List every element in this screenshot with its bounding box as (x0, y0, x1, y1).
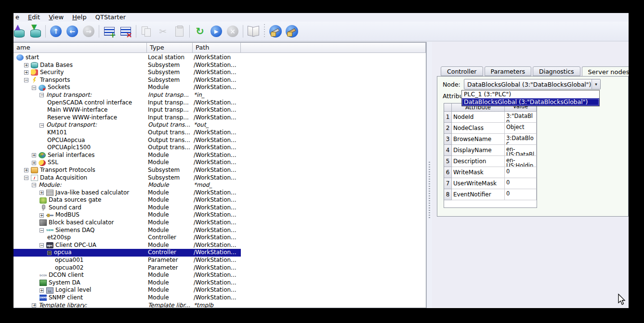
manual-button[interactable] (245, 23, 262, 39)
collapse-icon[interactable]: − (32, 86, 36, 90)
tree-row-transport-protocols[interactable]: +Transport ProtocolsSubsystem/WorkStatio… (13, 167, 426, 174)
tree-row-label: Template library: (39, 302, 87, 308)
collapse-icon[interactable]: − (47, 251, 52, 255)
refresh-icon: ↻ (196, 26, 204, 37)
start-button[interactable]: ▶ (208, 23, 224, 39)
expand-icon[interactable]: + (32, 303, 36, 308)
tree-row-type: Module (147, 227, 193, 234)
tree-row-sound-card[interactable]: Sound cardModule/WorkStation... (13, 204, 426, 212)
tree-row-output-transport[interactable]: −Output transport:Output trans...*out_ (13, 121, 426, 129)
tree-column-header-ame[interactable]: ame (13, 42, 147, 53)
tree-row-path: *tmplb (193, 302, 241, 308)
expand-icon[interactable]: + (39, 213, 44, 218)
tree-row-opcuaplc1500[interactable]: OPCUAplc1500Output trans.../WorkStation.… (13, 144, 426, 152)
menu-edit[interactable]: Edit (24, 14, 44, 22)
attr-row-nodeclass[interactable]: 2NodeClassObject (444, 123, 537, 134)
attr-row-browsename[interactable]: 3BrowseName3:DataBloc (444, 134, 537, 145)
collapse-icon[interactable]: − (39, 123, 44, 128)
nav-back-button[interactable]: ← (64, 23, 80, 39)
tree-row-logical-level[interactable]: +LLLogical levelModule/WorkStation... (13, 286, 426, 294)
tree-row-opcua001[interactable]: opcua001Parameter/WorkStation... (13, 257, 426, 264)
tree-row-siemens-daq[interactable]: −SIEMENSSiemens DAQModule/WorkStation... (13, 227, 426, 234)
configurator-button[interactable] (267, 23, 284, 39)
tree-row-data-acquisition[interactable]: −Data AcquisitionSubsystem/WorkStation..… (13, 174, 426, 182)
node-combobox[interactable]: DataBlocksGlobal (3:"DataBlocksGlobal") … (464, 79, 601, 90)
collapse-icon[interactable]: − (24, 176, 28, 180)
menu-view[interactable]: View (44, 14, 68, 22)
menu-file[interactable]: e (14, 14, 24, 22)
collapse-icon[interactable]: − (32, 183, 36, 187)
collapse-icon[interactable]: − (39, 93, 44, 97)
attr-row-nodeid[interactable]: 1NodeId3:"DataBlo (444, 112, 537, 123)
chevron-down-icon[interactable]: ▾ (591, 79, 600, 89)
expand-icon[interactable]: + (24, 63, 28, 67)
save-to-db-button[interactable]: ▼ (27, 23, 43, 39)
paste-item-button[interactable] (171, 23, 187, 39)
tree-row-start[interactable]: startLocal station/WorkStation (13, 54, 426, 62)
expand-icon[interactable]: + (39, 288, 44, 293)
tree-row-client-opc-ua[interactable]: −opcClient OPC-UAModule/WorkStation... (13, 242, 426, 249)
tree-row-block-based-calculator[interactable]: Block based calculatorModule/WorkStation… (13, 219, 426, 227)
tree-row-path: /WorkStation... (193, 114, 241, 122)
nav-forward-button[interactable]: → (80, 23, 97, 39)
tree-row-transports[interactable]: −TransportsSubsystem/WorkStation... (13, 77, 426, 84)
tab-parameters[interactable]: Parameters (485, 66, 532, 76)
tree-row-module[interactable]: −Module:Module*mod_ (13, 181, 426, 189)
tab-server-nodes-bro[interactable]: Server nodes bro (582, 66, 629, 77)
cut-item-button[interactable]: ✂ (155, 23, 171, 39)
tree-row-reserve-www-interface[interactable]: Reserve WWW-interfaceInput transp.../Wor… (13, 114, 426, 122)
tree-column-header-type[interactable]: Type (147, 42, 193, 53)
tree-row-dcon-client[interactable]: DCONDCON clientModule/WorkStation... (13, 271, 426, 279)
tab-controller[interactable]: Controller (441, 66, 483, 76)
tree-row-snmp-client[interactable]: SNMPSNMP clientModule/WorkStation... (13, 294, 426, 302)
tree-row-template-library[interactable]: +Template library:Template libr...*tmplb (13, 302, 426, 308)
tree-row-security[interactable]: +SecuritySubsystem/WorkStation... (13, 69, 426, 77)
tree-row-input-transport[interactable]: −Input transport:Input transp...*in_ (13, 91, 426, 99)
collapse-icon[interactable]: − (39, 243, 44, 247)
refresh-button[interactable]: ↻ (192, 23, 208, 39)
attr-row-description[interactable]: 5Descriptionen-US:Holding (444, 156, 537, 167)
expand-icon[interactable]: + (24, 168, 28, 172)
collapse-icon[interactable]: − (39, 228, 44, 233)
tree-row-opcua[interactable]: −opcuaController/WorkStation... (13, 249, 426, 257)
add-item-button[interactable]: + (101, 23, 118, 39)
tab-diagnostics[interactable]: Diagnostics (533, 66, 580, 76)
tree-row-type: Module (147, 279, 193, 287)
tree-row-sockets[interactable]: −SocketsModule/WorkStation... (13, 84, 426, 91)
tree-row-opcua002[interactable]: opcua002Parameter/WorkStation... (13, 264, 426, 272)
expand-icon[interactable]: + (39, 191, 44, 195)
tree-row-openscada-control-interface[interactable]: OpenSCADA control interfaceInput transp.… (13, 99, 426, 107)
menu-qtstarter[interactable]: QTStarter (91, 14, 130, 22)
configurator-edit-button[interactable] (284, 23, 300, 39)
stop-button[interactable]: × (224, 23, 241, 39)
collapse-icon[interactable]: − (24, 78, 28, 82)
dropdown-item[interactable]: PLC_1 (3:"PLC") (462, 90, 599, 98)
attr-row-writemask[interactable]: 6WriteMask0 (444, 167, 537, 178)
attr-row-userwritemask[interactable]: 7UserWriteMask0 (444, 178, 537, 189)
splitter-handle[interactable] (426, 42, 432, 308)
tree-row-ssl[interactable]: +SSLModule/WorkStation... (13, 159, 426, 167)
tree-row-system-da[interactable]: System DAModule/WorkStation... (13, 279, 426, 287)
nav-up-button[interactable]: ↑ (48, 23, 64, 39)
expand-icon[interactable]: + (32, 161, 36, 165)
tree-row-km101[interactable]: KM101Output trans.../WorkStation... (13, 129, 426, 137)
tree-row-main-www-interface[interactable]: Main WWW-interfaceInput transp.../WorkSt… (13, 106, 426, 114)
tree-row-opcuaopcua[interactable]: OPCUAopcuaOutput trans.../WorkStation... (13, 137, 426, 144)
tree-row-et200sp[interactable]: et200spController/WorkStation... (13, 234, 426, 242)
tree-row-java-like-based-calculator[interactable]: +Java-like based calculatorModule/WorkSt… (13, 189, 426, 197)
copy-item-button[interactable] (138, 23, 155, 39)
attr-row-displayname[interactable]: 4DisplayNameen-US:DataBlo (444, 145, 537, 156)
delete-item-button[interactable]: × (118, 23, 134, 39)
tree-column-header-path[interactable]: Path (193, 42, 241, 53)
tree-row-modbus[interactable]: +ModBUSModule/WorkStation... (13, 211, 426, 219)
dropdown-item[interactable]: DataBlocksGlobal (3:"DataBlocksGlobal") (462, 98, 599, 106)
tree-row-serial-interfaces[interactable]: +Serial interfacesModule/WorkStation... (13, 152, 426, 159)
attr-row-eventnotifier[interactable]: 8EventNotifier0 (444, 189, 537, 200)
attr-name-cell: NodeClass (452, 123, 505, 134)
expand-icon[interactable]: + (32, 153, 36, 157)
expand-icon[interactable]: + (24, 70, 28, 75)
tree-row-data-sources-gate[interactable]: Data sources gateModule/WorkStation... (13, 196, 426, 204)
load-from-db-button[interactable]: ▲ (13, 23, 27, 39)
menu-help[interactable]: Help (68, 14, 91, 22)
tree-row-data-bases[interactable]: +Data BasesSubsystem/WorkStation... (13, 62, 426, 69)
